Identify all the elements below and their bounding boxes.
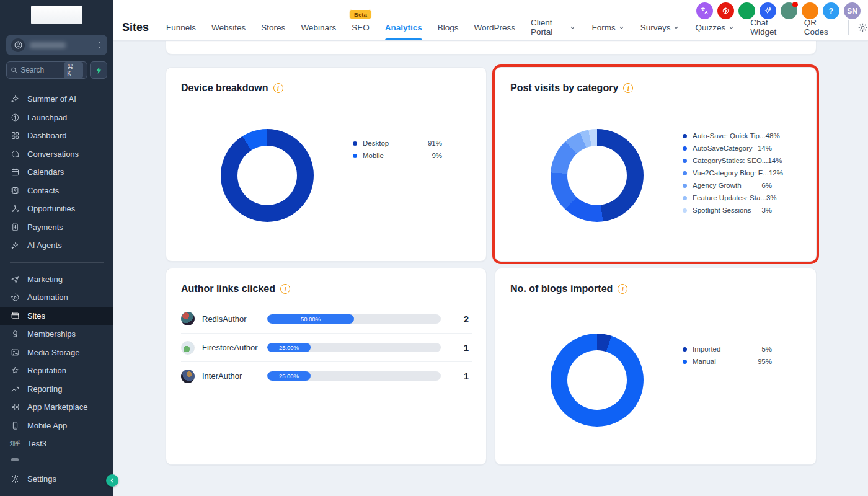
- card-title: Device breakdown: [181, 82, 268, 94]
- sidebar-item-mobile-app[interactable]: Mobile App: [0, 417, 113, 435]
- legend-value: 91%: [428, 140, 442, 147]
- sidebar-item-calendars[interactable]: Calendars: [0, 163, 113, 182]
- tab-websites[interactable]: Websites: [211, 14, 246, 40]
- search-box[interactable]: ⌘ K: [6, 61, 87, 79]
- account-switcher[interactable]: [6, 35, 107, 55]
- sidebar-item-settings[interactable]: Settings: [0, 470, 113, 489]
- legend-dot: [683, 196, 687, 200]
- device-breakdown-card: Device breakdown i Desktop91%Mobile9%: [166, 67, 487, 262]
- sidebar-item-label: App Marketplace: [27, 402, 88, 412]
- tab-analytics[interactable]: Analytics: [385, 14, 422, 40]
- author-name: FirestoreAuthor: [202, 343, 267, 352]
- tab-client-portal[interactable]: Client Portal: [531, 14, 576, 40]
- sidebar-item-contacts[interactable]: Contacts: [0, 182, 113, 200]
- sidebar-item-dashboard[interactable]: Dashboard: [0, 126, 113, 145]
- contacts-icon: [10, 185, 20, 195]
- legend-value: 95%: [758, 358, 772, 365]
- tab-qr-codes[interactable]: QR Codes: [804, 14, 836, 40]
- tab-label: QR Codes: [804, 18, 836, 37]
- tab-label: Forms: [591, 23, 615, 32]
- tab-wordpress[interactable]: WordPress: [474, 14, 515, 40]
- author-progress-bar: 50.00%: [267, 314, 441, 324]
- search-input[interactable]: [20, 66, 64, 74]
- tab-blogs[interactable]: Blogs: [438, 14, 459, 40]
- reporting-icon: [10, 384, 20, 394]
- sidebar-item-summer-of-ai[interactable]: Summer of AI: [0, 90, 113, 108]
- legend-row: Feature Updates: Sta...3%: [683, 192, 772, 204]
- sidebar-item-opportunities[interactable]: Opportunities: [0, 200, 113, 218]
- author-click-count: 1: [464, 371, 472, 381]
- tab-stores[interactable]: Stores: [261, 14, 285, 40]
- lightning-bolt-icon: [95, 66, 103, 74]
- top-header: ?SN Sites FunnelsWebsitesStoresWebinarsS…: [113, 0, 868, 41]
- author-progress-fill: 25.00%: [267, 371, 311, 381]
- sidebar-item-marketing[interactable]: Marketing: [0, 270, 113, 289]
- account-name-redacted: [30, 42, 66, 48]
- reputation-icon: [10, 366, 20, 376]
- tab-surveys[interactable]: Surveys: [640, 14, 680, 40]
- sidebar-item-ai-agents[interactable]: AI Agents: [0, 236, 113, 255]
- tab-funnels[interactable]: Funnels: [166, 14, 196, 40]
- tab-label: Analytics: [385, 23, 422, 32]
- sidebar-item-media-storage[interactable]: Media Storage: [0, 343, 113, 362]
- post-visits-by-category-card: Post visits by category i Auto-Save: Qui…: [495, 67, 817, 262]
- sidebar-item-automation[interactable]: Automation: [0, 288, 113, 307]
- legend-value: 6%: [761, 182, 772, 189]
- legend-dot: [353, 141, 357, 146]
- sidebar-item-conversations[interactable]: Conversations: [0, 145, 113, 164]
- tab-seo[interactable]: SEOBeta: [352, 14, 370, 40]
- sidebar-item-label: Mobile App: [27, 421, 67, 430]
- legend-value: 9%: [432, 152, 442, 159]
- sidebar-item-payments[interactable]: Payments: [0, 218, 113, 237]
- sidebar-item-test3[interactable]: 知乎Test3: [0, 435, 113, 453]
- legend-row: CategoryStatics: SEO...14%: [683, 154, 772, 167]
- card-title: Author links clicked: [181, 283, 275, 294]
- author-progress-bar: 25.00%: [267, 371, 441, 381]
- sidebar-item-label: Settings: [27, 474, 56, 484]
- tab-forms[interactable]: Forms: [591, 14, 624, 40]
- sidebar-item-reputation[interactable]: Reputation: [0, 361, 113, 380]
- sidebar-item-clipped[interactable]: [0, 453, 113, 467]
- info-icon[interactable]: i: [280, 284, 290, 294]
- sidebar-item-launchpad[interactable]: Launchpad: [0, 108, 113, 127]
- tabbar-divider: [848, 20, 849, 35]
- sidebar-item-sites[interactable]: Sites: [0, 307, 113, 326]
- legend-value: 14%: [768, 157, 782, 164]
- sidebar-item-memberships[interactable]: Memberships: [0, 325, 113, 343]
- author-row: RedisAuthor50.00%2: [181, 304, 472, 333]
- dashboard-icon: [10, 131, 20, 141]
- legend-dot: [683, 360, 687, 364]
- author-row: FirestoreAuthor25.00%1: [181, 333, 472, 361]
- tab-quizzes[interactable]: Quizzes: [695, 14, 735, 40]
- legend-label: Agency Growth: [693, 182, 742, 189]
- author-links-clicked-card: Author links clicked i RedisAuthor50.00%…: [166, 268, 487, 465]
- tab-label: Chat Widget: [750, 18, 789, 37]
- tab-chat-widget[interactable]: Chat Widget: [750, 14, 789, 40]
- author-click-count: 1: [464, 342, 472, 353]
- tab-webinars[interactable]: Webinars: [301, 14, 336, 40]
- legend-label: Mobile: [363, 152, 384, 159]
- legend-row: Desktop91%: [353, 137, 442, 149]
- category-donut-chart: [551, 129, 644, 222]
- author-avatar: [181, 312, 195, 326]
- sidebar-collapse-button[interactable]: [106, 474, 118, 487]
- tab-label: Surveys: [640, 23, 671, 32]
- tab-bar: FunnelsWebsitesStoresWebinarsSEOBetaAnal…: [166, 14, 852, 40]
- sidebar-item-app-marketplace[interactable]: App Marketplace: [0, 398, 113, 417]
- info-icon[interactable]: i: [273, 83, 283, 93]
- sidebar-item-label: Launchpad: [27, 113, 67, 122]
- info-icon[interactable]: i: [618, 284, 627, 294]
- sidebar-item-label: Test3: [27, 439, 46, 448]
- legend-dot: [683, 146, 687, 151]
- card-title: Post visits by category: [510, 82, 618, 94]
- sidebar-item-label: Sites: [27, 311, 45, 321]
- tab-label: Blogs: [438, 23, 459, 32]
- chevron-down-icon: [673, 24, 680, 31]
- site-settings-gear-button[interactable]: [857, 22, 868, 33]
- quick-actions-button[interactable]: [90, 61, 107, 79]
- sidebar-item-label: AI Agents: [27, 241, 62, 250]
- sidebar-item-reporting[interactable]: Reporting: [0, 380, 113, 399]
- legend-value: 3%: [761, 206, 772, 214]
- info-icon[interactable]: i: [623, 83, 633, 93]
- blogs-imported-card: No. of blogs imported i Imported5%Manual…: [495, 268, 817, 465]
